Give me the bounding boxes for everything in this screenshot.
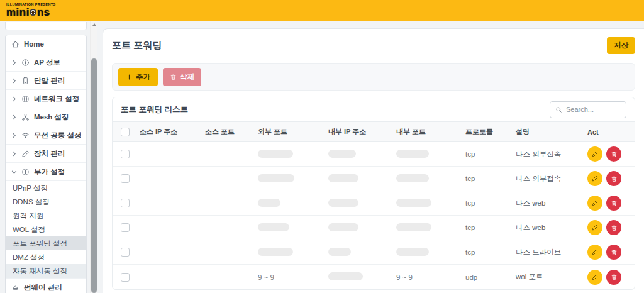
page-title: 포트 포워딩: [112, 40, 162, 52]
table-row: tcp 나스 web: [113, 216, 635, 240]
redacted-value: [258, 248, 293, 256]
row-checkbox[interactable]: [121, 199, 130, 207]
sidebar-subitem-upnp[interactable]: UPnP 설정: [6, 181, 86, 195]
delete-row-button[interactable]: [606, 270, 621, 285]
sidebar-subitem-remote-support[interactable]: 원격 지원: [6, 209, 86, 223]
sidebar-item-label: 무선 공통 설정: [34, 131, 81, 140]
cell-external-port: [258, 174, 328, 184]
sidebar-item-device-mgmt[interactable]: 단말 관리: [6, 72, 86, 90]
scroll-up-arrow[interactable]: [91, 21, 97, 28]
cell-description: 나스 드라이브: [516, 248, 587, 257]
sidebar-subitem-dmz[interactable]: DMZ 설정: [6, 250, 86, 264]
sidebar-subitem-wol[interactable]: WOL 설정: [6, 223, 86, 236]
save-button[interactable]: 저장: [607, 37, 635, 54]
edit-button[interactable]: [587, 146, 602, 162]
sidebar-item-home[interactable]: Home: [6, 35, 86, 53]
cell-external-port: [258, 150, 328, 159]
sidebar-item-mesh-settings[interactable]: Mesh 설정: [6, 108, 86, 126]
sidebar-item-firmware[interactable]: 펌웨어 관리: [6, 278, 86, 293]
delete-row-button[interactable]: [606, 196, 621, 211]
cell-protocol: tcp: [465, 150, 516, 158]
cell-actions: [587, 196, 626, 211]
cell-internal-port: 9 ~ 9: [396, 274, 465, 281]
edit-button[interactable]: [587, 220, 602, 235]
table-row: 9 ~ 9 9 ~ 9 udp wol 포트: [113, 265, 635, 289]
col-source-port: 소스 포트: [205, 127, 258, 136]
sidebar-menu: Home AP 정보 단말 관리: [5, 35, 87, 293]
delete-button[interactable]: 삭제: [163, 68, 201, 86]
add-button[interactable]: 추가: [118, 68, 158, 86]
cell-actions: [587, 220, 626, 235]
redacted-value: [258, 150, 293, 158]
redacted-value: [258, 223, 289, 231]
cell-protocol: udp: [465, 274, 516, 281]
edit-button[interactable]: [587, 196, 602, 211]
row-checkbox[interactable]: [121, 248, 130, 257]
top-bar: ILLUMINATION PRESENTS minins: [0, 0, 644, 21]
sidebar-item-label: 펌웨어 관리: [24, 283, 62, 292]
chevron-right-icon: [11, 133, 18, 138]
col-internal-ip: 내부 IP 주소: [328, 127, 396, 136]
cell-external-port: 9 ~ 9: [258, 274, 328, 281]
cell-protocol: tcp: [465, 224, 516, 231]
sidebar: Home AP 정보 단말 관리: [0, 21, 101, 293]
cell-internal-ip: [328, 248, 396, 257]
minions-logo: ILLUMINATION PRESENTS minins: [6, 3, 56, 18]
delete-row-button[interactable]: [606, 146, 621, 162]
sidebar-subitem-port-forwarding[interactable]: 포트 포워딩 설정: [6, 236, 86, 250]
row-checkbox[interactable]: [121, 174, 130, 183]
list-title: 포트 포워딩 리스트: [121, 104, 188, 115]
select-all-checkbox[interactable]: [121, 128, 130, 136]
sidebar-subitem-auto-restart[interactable]: 자동 재시동 설정: [6, 264, 86, 278]
delete-row-button[interactable]: [606, 171, 621, 186]
col-actions: Act: [587, 128, 626, 136]
scrollbar-thumb[interactable]: [91, 58, 97, 293]
cell-internal-port: [396, 150, 465, 159]
sidebar-item-device-admin[interactable]: 장치 관리: [6, 145, 86, 163]
search-box[interactable]: [550, 101, 626, 118]
sidebar-item-extra-settings[interactable]: 부가 설정: [6, 163, 86, 181]
sidebar-item-label: Mesh 설정: [34, 113, 69, 122]
cell-internal-ip: [328, 272, 396, 282]
redacted-value: [396, 248, 429, 256]
edit-button[interactable]: [587, 245, 602, 260]
logo-text-right: ns: [37, 7, 50, 18]
sidebar-item-label: 부가 설정: [34, 167, 65, 177]
sidebar-item-ap-info[interactable]: AP 정보: [6, 53, 86, 72]
wifi-icon: [21, 131, 30, 140]
sidebar-item-label: 단말 관리: [34, 76, 65, 86]
delete-button-label: 삭제: [180, 72, 194, 82]
delete-row-button[interactable]: [606, 245, 621, 260]
eject-firmware-icon: [11, 284, 20, 292]
main-content: 포트 포워딩 저장 추가 삭제 포트 포워딩 리스트: [101, 21, 644, 293]
sidebar-item-label: AP 정보: [34, 58, 60, 67]
table-row: tcp 나스 web: [113, 191, 635, 216]
col-description: 설명: [516, 127, 587, 136]
cell-protocol: tcp: [465, 175, 516, 182]
redacted-value: [328, 248, 351, 256]
edit-button[interactable]: [587, 270, 602, 285]
table-row: tcp 나스 외부접속: [113, 167, 635, 191]
sidebar-subitem-ddns[interactable]: DDNS 설정: [6, 195, 86, 209]
cell-internal-ip: [328, 174, 396, 184]
row-checkbox[interactable]: [121, 150, 130, 158]
edit-button[interactable]: [587, 171, 602, 186]
search-input[interactable]: [566, 106, 621, 113]
redacted-value: [328, 150, 356, 158]
search-icon: [555, 106, 562, 113]
redacted-value: [396, 223, 431, 231]
row-checkbox[interactable]: [121, 223, 130, 232]
home-icon: [11, 40, 20, 48]
chevron-right-icon: [11, 60, 18, 65]
sidebar-item-wireless-common[interactable]: 무선 공통 설정: [6, 126, 86, 145]
row-checkbox[interactable]: [121, 273, 130, 282]
sidebar-item-label: 네트워크 설정: [34, 94, 79, 104]
sidebar-scrollbar[interactable]: [90, 21, 97, 293]
sidebar-item-network-settings[interactable]: 네트워크 설정: [6, 90, 86, 108]
cell-description: 나스 외부접속: [516, 150, 587, 159]
info-icon: [21, 58, 30, 67]
cell-external-port: [258, 223, 328, 233]
delete-row-button[interactable]: [606, 220, 621, 235]
sidebar-item-label: Home: [24, 40, 44, 48]
cell-actions: [587, 245, 626, 260]
